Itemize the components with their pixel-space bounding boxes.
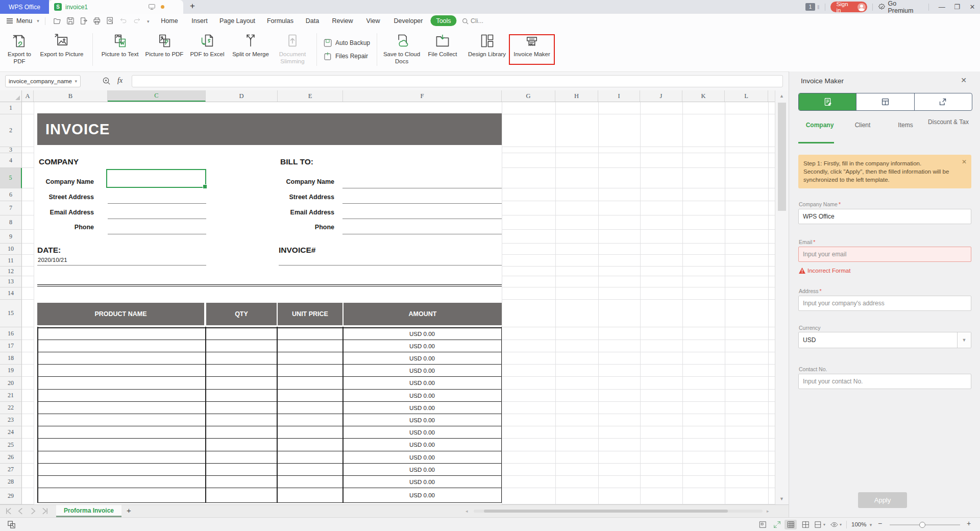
ribbon-button-export-to-picture[interactable]: Export to Picture	[36, 28, 88, 71]
invoice-item-row[interactable]: USD 0.00	[37, 439, 502, 451]
row-header-26[interactable]: 26	[0, 451, 22, 464]
invoice-item-row[interactable]: USD 0.00	[37, 414, 502, 426]
ribbon-button-save-to-cloud-docs[interactable]: Save to Cloud Docs	[382, 28, 422, 71]
ribbon-tab-page-layout[interactable]: Page Layout	[219, 14, 255, 28]
row-header-7[interactable]: 7	[0, 201, 22, 215]
grid-view-icon[interactable]	[785, 520, 797, 529]
zoom-in-button[interactable]: +	[967, 519, 971, 527]
redo-icon[interactable]	[133, 17, 141, 25]
apply-button[interactable]: Apply	[858, 492, 907, 508]
output-icon[interactable]	[80, 17, 88, 25]
row-header-5[interactable]: 5	[0, 168, 22, 188]
row-header-28[interactable]: 28	[0, 476, 22, 488]
invoice-item-row[interactable]: USD 0.00	[37, 327, 502, 340]
zoom-out-button[interactable]: −	[878, 519, 882, 527]
ribbon-tab-data[interactable]: Data	[306, 14, 319, 28]
page-break-icon[interactable]: ▾	[814, 520, 826, 529]
row-header-29[interactable]: 29	[0, 488, 22, 504]
template-view-button[interactable]	[856, 93, 914, 110]
row-header-9[interactable]: 9	[0, 230, 22, 244]
sign-in-button[interactable]: Sign in	[830, 2, 867, 12]
row-header-21[interactable]: 21	[0, 390, 22, 402]
chevron-down-icon[interactable]: ▼	[957, 332, 971, 348]
panel-close-icon[interactable]: ✕	[961, 76, 967, 84]
invoice-item-row[interactable]: USD 0.00	[37, 390, 502, 402]
scroll-down-icon[interactable]: ▼	[779, 496, 784, 501]
add-sheet-button[interactable]: +	[127, 506, 131, 515]
invoice-item-row[interactable]: USD 0.00	[37, 402, 502, 414]
monitor-icon[interactable]	[148, 3, 156, 11]
zoom-slider-knob[interactable]	[919, 522, 925, 528]
ribbon-button-files-repair[interactable]: Files Repair	[324, 52, 370, 61]
ribbon-tab-view[interactable]: View	[366, 14, 380, 28]
row-header-15[interactable]: 15	[0, 300, 22, 327]
zoom-level[interactable]: 100% ▾	[851, 521, 872, 527]
invoice-item-row[interactable]: USD 0.00	[37, 365, 502, 377]
select-all-corner[interactable]	[0, 90, 22, 102]
invoice-item-row[interactable]: USD 0.00	[37, 426, 502, 439]
main-menu-button[interactable]: Menu▾	[6, 14, 39, 28]
next-sheet-icon[interactable]	[30, 508, 36, 515]
split-view-icon[interactable]	[799, 520, 812, 529]
contact-no-input[interactable]	[798, 374, 971, 389]
ribbon-button-design-library[interactable]: Design Library	[463, 28, 510, 71]
preview-icon[interactable]	[106, 17, 114, 25]
ribbon-button-pdf-to-excel[interactable]: PDF to Excel	[186, 28, 228, 71]
invoice-item-row[interactable]: USD 0.00	[37, 488, 502, 503]
column-header-D[interactable]: D	[206, 90, 278, 102]
share-view-button[interactable]	[914, 93, 972, 110]
column-header-L[interactable]: L	[725, 90, 768, 102]
row-header-6[interactable]: 6	[0, 188, 22, 201]
row-header-17[interactable]: 17	[0, 340, 22, 352]
invoice-item-row[interactable]: USD 0.00	[37, 352, 502, 365]
ribbon-tab-developer[interactable]: Developer	[394, 14, 423, 28]
hscroll-right-icon[interactable]: ▸	[767, 509, 769, 514]
panel-tab-client[interactable]: Client	[841, 122, 884, 129]
save-icon[interactable]	[66, 17, 75, 25]
selected-cell-C5[interactable]	[106, 169, 206, 188]
column-header-H[interactable]: H	[555, 90, 598, 102]
row-header-22[interactable]: 22	[0, 402, 22, 414]
invoice-item-row[interactable]: USD 0.00	[37, 476, 502, 488]
scroll-up-icon[interactable]: ▲	[779, 93, 784, 99]
row-header-12[interactable]: 12	[0, 267, 22, 276]
name-box[interactable]: invoice_company_name▾	[5, 75, 81, 87]
visibility-icon[interactable]: ▾	[830, 520, 842, 529]
hscroll-left-icon[interactable]: ◂	[465, 509, 468, 514]
wps-office-tab[interactable]: WPS Office	[0, 0, 49, 14]
form-view-button[interactable]	[799, 93, 856, 110]
ribbon-tab-formulas[interactable]: Formulas	[267, 14, 293, 28]
row-header-19[interactable]: 19	[0, 365, 22, 377]
column-header-F[interactable]: F	[343, 90, 502, 102]
ribbon-tab-review[interactable]: Review	[332, 14, 353, 28]
row-header-8[interactable]: 8	[0, 215, 22, 230]
horizontal-scroll-thumb[interactable]	[484, 510, 728, 513]
currency-select[interactable]: USD ▼	[798, 332, 971, 348]
row-header-4[interactable]: 4	[0, 153, 22, 168]
column-header-B[interactable]: B	[34, 90, 108, 102]
selection-mode-icon[interactable]	[7, 520, 16, 529]
row-header-24[interactable]: 24	[0, 426, 22, 439]
row-header-16[interactable]: 16	[0, 327, 22, 340]
row-header-1[interactable]: 1	[0, 102, 22, 114]
fx-icon[interactable]: fx	[117, 77, 122, 85]
vertical-scrollbar[interactable]: ▲ ▼	[775, 90, 789, 504]
formula-input[interactable]	[132, 75, 783, 87]
close-button[interactable]: ✕	[965, 0, 980, 14]
panel-tab-discount-tax[interactable]: Discount & Tax	[927, 118, 970, 126]
horizontal-scrollbar[interactable]	[474, 510, 763, 513]
zoom-slider[interactable]	[890, 524, 960, 525]
row-header-10[interactable]: 10	[0, 244, 22, 255]
column-header-E[interactable]: E	[278, 90, 343, 102]
ribbon-search[interactable]: Cli...	[462, 14, 483, 28]
invoice-item-row[interactable]: USD 0.00	[37, 464, 502, 476]
print-icon[interactable]	[93, 17, 101, 25]
ribbon-button-file-collect[interactable]: File Collect	[422, 28, 463, 71]
row-header-11[interactable]: 11	[0, 255, 22, 267]
invoice-item-row[interactable]: USD 0.00	[37, 340, 502, 352]
insert-function-search-icon[interactable]	[102, 77, 111, 85]
last-sheet-icon[interactable]	[42, 508, 48, 515]
panel-tab-company[interactable]: Company	[798, 122, 841, 129]
ribbon-button-export-to-pdf[interactable]: Export to PDF	[3, 28, 36, 71]
column-header-A[interactable]: A	[22, 90, 34, 102]
